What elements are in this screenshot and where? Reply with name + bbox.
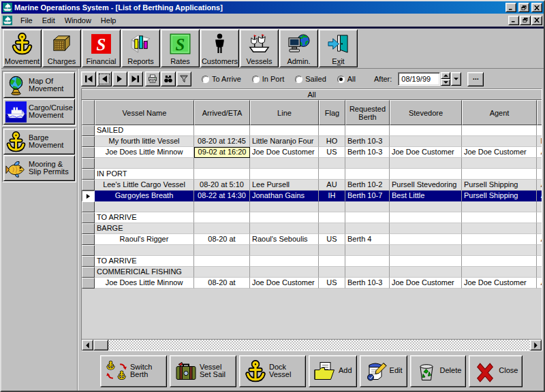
cell[interactable]: US [319,147,345,158]
cell[interactable]: Berth 4 [345,234,390,245]
cell[interactable]: Berth 10-2 [345,180,390,191]
cell[interactable] [462,223,537,234]
cell[interactable] [345,267,390,278]
row-selector[interactable] [82,169,95,180]
row-selector[interactable] [82,278,95,289]
cell[interactable] [194,223,250,234]
cell[interactable] [95,201,194,212]
cell[interactable]: Joe Doe Customer [462,147,537,158]
cell[interactable]: Joe Doe Customer [390,147,462,158]
cell[interactable]: A [537,234,542,245]
cell[interactable]: A [537,147,542,158]
add-button[interactable]: Add [309,355,357,387]
cell[interactable] [95,245,194,256]
cell[interactable] [462,136,537,147]
cell[interactable]: Berth 10-3 [345,136,390,147]
cell[interactable]: Joe Does Little Minnow [95,147,194,158]
cell[interactable]: Jonathan Gains [250,191,319,201]
next-record-button[interactable] [112,71,127,86]
cell[interactable]: A [537,278,542,289]
cell[interactable]: Gargoyles Breath [95,191,194,201]
cell[interactable] [194,169,250,180]
cell[interactable] [390,136,462,147]
spinner-up-button[interactable] [441,72,450,79]
cell[interactable] [462,256,537,267]
cell[interactable]: 08-20 at [194,278,250,289]
cell[interactable]: My fourth little Vessel [95,136,194,147]
cell[interactable]: Joe Doe Customer [462,278,537,289]
cell[interactable]: 08-20 at 12:45 [194,136,250,147]
cell[interactable]: Pursell Stevedoring [390,180,462,191]
row-selector[interactable] [82,125,95,136]
last-record-button[interactable] [128,71,143,86]
cell[interactable] [537,125,542,136]
data-row[interactable]: Joe Does Little Minnow08-20 atJoe Doe Cu… [82,278,542,289]
column-header-line[interactable]: Line [250,100,319,125]
cell[interactable]: 09-02 at 16:20 [194,147,250,158]
cell[interactable] [537,245,542,256]
dock-vessel-button[interactable]: Dock Vessel [239,355,306,387]
cell[interactable]: COMMERICIAL FISHING [95,267,194,278]
row-selector[interactable] [82,223,95,234]
after-date-field[interactable]: 08/19/99 [398,72,440,86]
cell[interactable] [319,256,345,267]
toolbar-button-movement[interactable]: Movement [3,29,42,67]
row-selector[interactable] [82,234,95,245]
cell[interactable]: BARGE [95,223,194,234]
cell[interactable] [250,125,319,136]
column-header-vessel-name[interactable]: Vessel Name [95,100,194,125]
toolbar-button-rates[interactable]: SRates [161,29,200,67]
cell[interactable] [390,223,462,234]
cell[interactable] [194,212,250,223]
cell[interactable]: TO ARRIVE [95,212,194,223]
cell[interactable] [194,201,250,212]
cell[interactable] [250,201,319,212]
previous-record-button[interactable] [97,71,112,86]
column-header-agent[interactable]: Agent [462,100,537,125]
column-header-flag[interactable]: Flag [319,100,345,125]
sidebar-button-barge-movement[interactable]: Barge Movement [3,129,75,154]
cell[interactable] [194,125,250,136]
data-row[interactable]: Joe Does Little Minnow09-02 at 16:20Joe … [82,147,542,158]
delete-button[interactable]: Delete [410,355,467,387]
find-button[interactable] [161,71,176,86]
cell[interactable]: Joe Does Little Minnow [95,278,194,289]
cell[interactable] [194,267,250,278]
toolbar-button-financial[interactable]: SFinancial [82,29,121,67]
group-row[interactable]: TO ARRIVE [82,212,542,223]
cell[interactable]: Pursell Shipping [462,191,537,201]
cell[interactable] [462,201,537,212]
radio-sailed[interactable]: Sailed [295,75,326,83]
minimize-button[interactable] [505,3,516,12]
group-row[interactable]: COMMERICIAL FISHING [82,267,542,278]
close-window-button[interactable] [531,3,542,12]
row-selector[interactable] [82,256,95,267]
cell[interactable] [319,201,345,212]
cell[interactable] [319,245,345,256]
scrollbar-track[interactable] [108,340,530,350]
row-selector[interactable] [82,180,95,191]
cell[interactable] [390,169,462,180]
horizontal-scrollbar[interactable] [82,339,542,350]
cell[interactable]: 08-20 at [194,234,250,245]
cell[interactable]: Lee's Little Cargo Vessel [95,180,194,191]
cell[interactable] [390,201,462,212]
row-selector[interactable] [82,147,95,158]
empty-row[interactable] [82,201,542,212]
data-row[interactable]: Lee's Little Cargo Vessel08-20 at 5:10Le… [82,180,542,191]
scroll-left-button[interactable] [82,340,93,350]
cell[interactable]: A [537,180,542,191]
row-selector[interactable] [82,201,95,212]
data-row[interactable]: Raoul's Rigger08-20 atRaoul's SeboulisUS… [82,234,542,245]
row-selector[interactable] [82,158,95,169]
cell[interactable] [319,158,345,169]
toolbar-button-admin[interactable]: Admin. [279,29,318,67]
cell[interactable]: 08-20 at 5:10 [194,180,250,191]
row-selector[interactable] [82,212,95,223]
close-button[interactable]: Close [469,355,523,387]
spinner-down-button[interactable] [441,79,450,86]
cell[interactable] [319,125,345,136]
row-selector[interactable] [82,191,95,201]
cell[interactable] [537,256,542,267]
cell[interactable]: Joe Doe Customer [250,278,319,289]
